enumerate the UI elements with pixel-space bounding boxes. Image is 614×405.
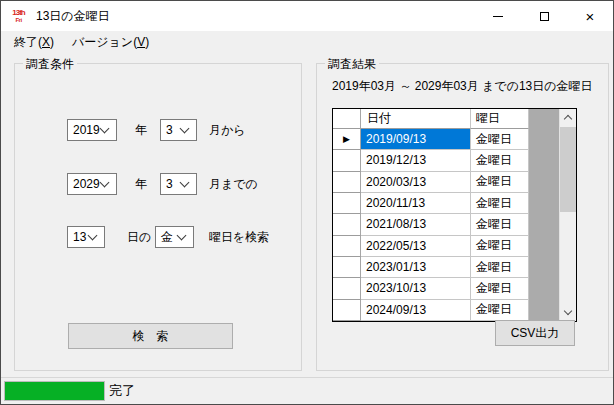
row-header-cell[interactable]: ▶ bbox=[333, 129, 361, 150]
cell-weekday[interactable]: 金曜日 bbox=[471, 214, 529, 235]
results-group-title: 調査結果 bbox=[325, 56, 379, 73]
menu-bar: 終了(X) バージョン(V) bbox=[1, 31, 613, 54]
chevron-down-icon bbox=[180, 178, 190, 188]
title-bar[interactable]: 13th Fri 13日の金曜日 × bbox=[1, 1, 613, 31]
row-header-cell[interactable] bbox=[333, 172, 361, 193]
search-button[interactable]: 検 索 bbox=[68, 323, 233, 349]
row-header-cell[interactable] bbox=[333, 257, 361, 278]
menu-version[interactable]: バージョン(V) bbox=[63, 31, 158, 54]
results-group: 調査結果 2019年03月 ～ 2029年03月 までの13日の金曜日 日付 曜… bbox=[316, 63, 609, 371]
chevron-down-icon bbox=[177, 231, 187, 241]
day-label: 日の bbox=[127, 226, 151, 248]
weekday-label: 曜日を検索 bbox=[209, 226, 269, 248]
menu-exit[interactable]: 終了(X) bbox=[5, 31, 63, 54]
close-button[interactable]: × bbox=[567, 1, 613, 31]
table-header-date[interactable]: 日付 bbox=[361, 109, 471, 129]
weekday-select[interactable]: 金 bbox=[155, 226, 194, 248]
csv-export-button[interactable]: CSV出力 bbox=[495, 320, 575, 346]
row-header-cell[interactable] bbox=[333, 300, 361, 321]
chevron-down-icon bbox=[100, 124, 110, 134]
maximize-icon bbox=[540, 12, 549, 21]
status-label: 完了 bbox=[109, 378, 135, 405]
table-row[interactable]: ▶2019/09/13金曜日 bbox=[333, 129, 529, 150]
status-bar: 完了 bbox=[1, 377, 613, 404]
table-row[interactable]: 2023/10/13金曜日 bbox=[333, 278, 529, 299]
chevron-down-icon bbox=[88, 231, 98, 241]
end-year-select[interactable]: 2029 bbox=[67, 173, 117, 195]
table-row[interactable]: 2020/03/13金曜日 bbox=[333, 172, 529, 193]
results-table: 日付 曜日 ▶2019/09/13金曜日2019/12/13金曜日2020/03… bbox=[332, 108, 577, 322]
progress-fill bbox=[5, 382, 104, 400]
table-row[interactable]: 2021/08/13金曜日 bbox=[333, 214, 529, 235]
scroll-up-button[interactable] bbox=[560, 109, 576, 126]
chevron-down-icon bbox=[564, 307, 572, 315]
end-year-label: 年 bbox=[135, 173, 147, 195]
cell-weekday[interactable]: 金曜日 bbox=[471, 300, 529, 321]
cell-date[interactable]: 2022/05/13 bbox=[361, 236, 471, 257]
current-row-arrow-icon: ▶ bbox=[343, 134, 350, 144]
row-header-cell[interactable] bbox=[333, 150, 361, 171]
row-header-cell[interactable] bbox=[333, 214, 361, 235]
app-window: 13th Fri 13日の金曜日 × 終了(X) バージョン(V) 調査条件 2… bbox=[0, 0, 614, 405]
cell-weekday[interactable]: 金曜日 bbox=[471, 172, 529, 193]
table-filler-area bbox=[529, 109, 559, 321]
scrollbar-thumb[interactable] bbox=[560, 127, 576, 212]
progress-bar bbox=[4, 381, 105, 401]
chevron-down-icon bbox=[180, 124, 190, 134]
table-row[interactable]: 2019/12/13金曜日 bbox=[333, 150, 529, 171]
row-header-cell[interactable] bbox=[333, 193, 361, 214]
cell-date[interactable]: 2019/12/13 bbox=[361, 150, 471, 171]
window-controls: × bbox=[475, 1, 613, 31]
start-year-label: 年 bbox=[135, 119, 147, 141]
minimize-button[interactable] bbox=[475, 1, 521, 31]
cell-weekday[interactable]: 金曜日 bbox=[471, 278, 529, 299]
cell-date[interactable]: 2021/08/13 bbox=[361, 214, 471, 235]
table-row[interactable]: 2023/01/13金曜日 bbox=[333, 257, 529, 278]
cell-date[interactable]: 2020/11/13 bbox=[361, 193, 471, 214]
table-row[interactable]: 2020/11/13金曜日 bbox=[333, 193, 529, 214]
scrollbar-track[interactable] bbox=[560, 126, 576, 304]
cell-date[interactable]: 2023/10/13 bbox=[361, 278, 471, 299]
cell-date[interactable]: 2019/09/13 bbox=[361, 129, 471, 150]
conditions-group: 調査条件 2019 年 3 月から 2029 年 3 月までの 13 日の 金 bbox=[14, 63, 302, 371]
window-title: 13日の金曜日 bbox=[36, 8, 110, 25]
start-month-select[interactable]: 3 bbox=[160, 119, 197, 141]
cell-date[interactable]: 2024/09/13 bbox=[361, 300, 471, 321]
end-month-label: 月までの bbox=[209, 173, 258, 195]
cell-weekday[interactable]: 金曜日 bbox=[471, 193, 529, 214]
day-select[interactable]: 13 bbox=[67, 226, 105, 248]
cell-weekday[interactable]: 金曜日 bbox=[471, 129, 529, 150]
result-range-label: 2019年03月 ～ 2029年03月 までの13日の金曜日 bbox=[332, 78, 593, 95]
row-header-cell[interactable] bbox=[333, 236, 361, 257]
start-month-label: 月から bbox=[209, 119, 246, 141]
chevron-up-icon bbox=[564, 115, 572, 123]
table-header-row: 日付 曜日 bbox=[333, 109, 529, 129]
maximize-button[interactable] bbox=[521, 1, 567, 31]
cell-date[interactable]: 2020/03/13 bbox=[361, 172, 471, 193]
end-month-select[interactable]: 3 bbox=[160, 173, 197, 195]
table-header-rowselector[interactable] bbox=[333, 109, 361, 129]
table-header-weekday[interactable]: 曜日 bbox=[471, 109, 529, 129]
scroll-down-button[interactable] bbox=[560, 304, 576, 321]
cell-weekday[interactable]: 金曜日 bbox=[471, 236, 529, 257]
vertical-scrollbar[interactable] bbox=[559, 109, 576, 321]
start-year-select[interactable]: 2019 bbox=[67, 119, 117, 141]
table-body: ▶2019/09/13金曜日2019/12/13金曜日2020/03/13金曜日… bbox=[333, 129, 529, 321]
row-header-cell[interactable] bbox=[333, 278, 361, 299]
minimize-icon bbox=[493, 16, 503, 17]
chevron-down-icon bbox=[100, 178, 110, 188]
close-icon: × bbox=[586, 9, 595, 24]
app-icon: 13th Fri bbox=[10, 8, 27, 24]
cell-weekday[interactable]: 金曜日 bbox=[471, 150, 529, 171]
table-row[interactable]: 2022/05/13金曜日 bbox=[333, 236, 529, 257]
cell-date[interactable]: 2023/01/13 bbox=[361, 257, 471, 278]
table-row[interactable]: 2024/09/13金曜日 bbox=[333, 300, 529, 321]
conditions-group-title: 調査条件 bbox=[23, 56, 77, 73]
cell-weekday[interactable]: 金曜日 bbox=[471, 257, 529, 278]
